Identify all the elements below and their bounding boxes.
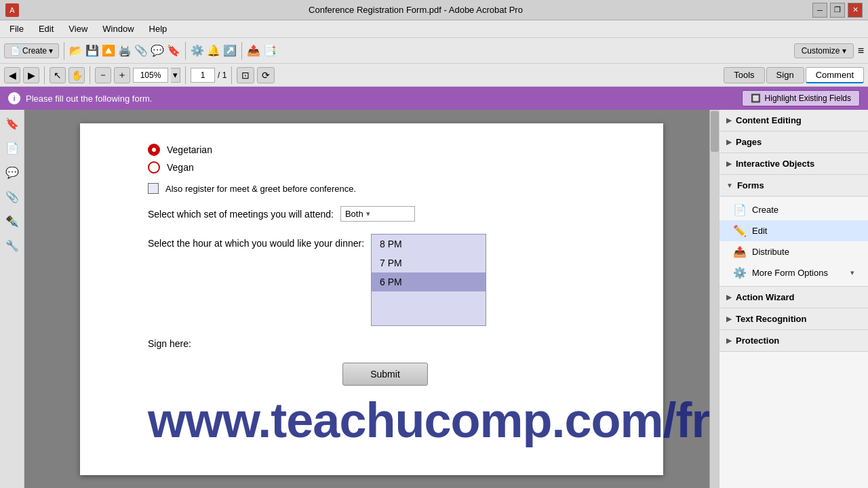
pointer-tool[interactable]: ↖ [50, 67, 66, 83]
create-button[interactable]: 📄 Create ▾ [4, 43, 59, 58]
meetings-label: Select which set of meetings you will at… [148, 209, 334, 220]
zoom-in-button[interactable]: ＋ [114, 67, 130, 83]
content-editing-section-header[interactable]: ▶ Content Editing [719, 110, 868, 131]
dinner-field-row: Select the hour at which you would like … [148, 234, 623, 326]
dietary-radio-group: Vegetarian Vegan [148, 144, 623, 174]
upload-icon[interactable]: 🔼 [102, 44, 115, 57]
signature-icon[interactable]: ✒️ [3, 211, 22, 230]
forms-distribute-item[interactable]: 📤 Distribute [719, 241, 868, 262]
export-icon[interactable]: 📤 [247, 44, 260, 57]
form-info-icon: i [8, 92, 20, 104]
tab-buttons: Tools Sign Comment [724, 67, 864, 83]
dinner-option-8pm[interactable]: 8 PM [372, 235, 486, 253]
page-number-input[interactable]: 1 [191, 68, 215, 83]
forms-section-header[interactable]: ▼ Forms [719, 175, 868, 197]
comment-icon[interactable]: 💬 [151, 44, 164, 57]
meetgreet-label: Also register for meet & greet before co… [165, 184, 356, 194]
nav-sep-1 [44, 66, 45, 84]
forms-edit-item[interactable]: ✏️ Edit [719, 220, 868, 241]
document-scrollbar[interactable] [709, 110, 719, 488]
dinner-option-6pm[interactable]: 6 PM [372, 272, 486, 291]
forms-distribute-label: Distribute [752, 247, 789, 257]
forms-create-item[interactable]: 📄 Create [719, 199, 868, 220]
menu-item-file[interactable]: File [3, 22, 31, 35]
separator-2 [185, 42, 186, 60]
customize-button[interactable]: Customize ▾ [794, 43, 854, 58]
meetgreet-checkbox-row[interactable]: Also register for meet & greet before co… [148, 183, 623, 194]
comments-icon[interactable]: 💬 [3, 163, 22, 182]
vegetarian-radio[interactable] [148, 144, 160, 156]
minimize-button[interactable]: ─ [812, 3, 827, 18]
distribute-item-icon: 📤 [733, 245, 747, 258]
forward-button[interactable]: ▶ [23, 67, 39, 83]
highlight-existing-fields-button[interactable]: 🔲 Highlight Existing Fields [742, 90, 860, 106]
meetings-dropdown[interactable]: Both ▾ [340, 206, 415, 222]
vegetarian-option[interactable]: Vegetarian [148, 144, 623, 156]
restore-button[interactable]: ❐ [830, 3, 845, 18]
tools-icon[interactable]: 🔧 [3, 236, 22, 255]
titlebar: A Conference Registration Form.pdf - Ado… [0, 0, 868, 20]
meetgreet-checkbox[interactable] [148, 183, 159, 194]
tab-comment[interactable]: Comment [806, 67, 864, 83]
window-controls: ─ ❐ ✕ [812, 3, 863, 18]
zoom-out-button[interactable]: － [95, 67, 111, 83]
forms-section: ▼ Forms 📄 Create ✏️ Edit 📤 Distribute ⚙️ [719, 175, 868, 287]
bookmark-icon[interactable]: 🔖 [3, 114, 22, 133]
forms-more-options-item[interactable]: ⚙️ More Form Options ▾ [719, 262, 868, 283]
zoom-input[interactable]: 105% [133, 68, 168, 83]
protection-section-header[interactable]: ▶ Protection [719, 330, 868, 352]
fit-page-button[interactable]: ⊡ [237, 67, 254, 83]
rotate-button[interactable]: ⟳ [257, 67, 275, 83]
action-wizard-label: Action Wizard [736, 292, 795, 302]
attachment-icon[interactable]: 📎 [134, 44, 148, 57]
review-icon[interactable]: 🔔 [207, 44, 220, 57]
print-icon[interactable]: 🖨️ [118, 44, 132, 57]
highlight-icon: 🔲 [751, 94, 761, 103]
share-icon[interactable]: ↗️ [223, 44, 237, 57]
settings-icon[interactable]: ⚙️ [191, 44, 204, 57]
meetings-dropdown-arrow: ▾ [366, 209, 370, 218]
forms-more-options-label: More Form Options [752, 268, 828, 278]
action-wizard-section-header[interactable]: ▶ Action Wizard [719, 287, 868, 308]
hand-tool[interactable]: ✋ [68, 67, 85, 83]
content-editing-label: Content Editing [736, 115, 802, 125]
dinner-option-7pm[interactable]: 7 PM [372, 253, 486, 272]
toolbar-collapse-icon[interactable]: ≡ [858, 45, 864, 57]
text-recognition-label: Text Recognition [736, 314, 806, 324]
submit-button[interactable]: Submit [342, 363, 428, 386]
sign-here-row: Sign here: [148, 338, 623, 349]
protection-label: Protection [736, 336, 779, 346]
pages-icon[interactable]: 📄 [3, 138, 22, 157]
protection-chevron: ▶ [726, 337, 732, 344]
open-icon[interactable]: 📂 [69, 44, 83, 57]
dinner-listbox[interactable]: 8 PM 7 PM 6 PM [371, 234, 486, 326]
content-editing-chevron: ▶ [726, 117, 732, 124]
text-recognition-chevron: ▶ [726, 315, 732, 323]
document-area: Vegetarian Vegan Also register for meet … [24, 110, 719, 488]
tab-tools[interactable]: Tools [724, 67, 764, 83]
nav-sep-3 [185, 66, 186, 84]
scrollbar-thumb[interactable] [711, 111, 719, 152]
create-dropdown-arrow: ▾ [49, 46, 53, 56]
attachments-icon[interactable]: 📎 [3, 187, 22, 206]
pages-section-header[interactable]: ▶ Pages [719, 131, 868, 153]
menu-item-view[interactable]: View [62, 22, 94, 35]
left-sidebar: 🔖 📄 💬 📎 ✒️ 🔧 [0, 110, 24, 488]
stamp-icon[interactable]: 🔖 [167, 44, 180, 57]
save-icon[interactable]: 💾 [85, 44, 99, 57]
vegan-radio[interactable] [148, 161, 160, 174]
tab-sign[interactable]: Sign [766, 67, 804, 83]
menu-item-window[interactable]: Window [96, 22, 140, 35]
vegan-option[interactable]: Vegan [148, 161, 623, 174]
interactive-objects-section-header[interactable]: ▶ Interactive Objects [719, 153, 868, 175]
sign-here-label: Sign here: [148, 338, 191, 349]
text-recognition-section-header[interactable]: ▶ Text Recognition [719, 308, 868, 330]
close-button[interactable]: ✕ [848, 3, 863, 18]
pdf-icon[interactable]: 📑 [263, 44, 277, 57]
back-button[interactable]: ◀ [4, 67, 20, 83]
vegan-label: Vegan [167, 162, 194, 173]
menu-item-help[interactable]: Help [142, 22, 174, 35]
menu-item-edit[interactable]: Edit [32, 22, 60, 35]
zoom-dropdown-button[interactable]: ▾ [171, 68, 180, 83]
more-options-arrow: ▾ [850, 268, 854, 277]
